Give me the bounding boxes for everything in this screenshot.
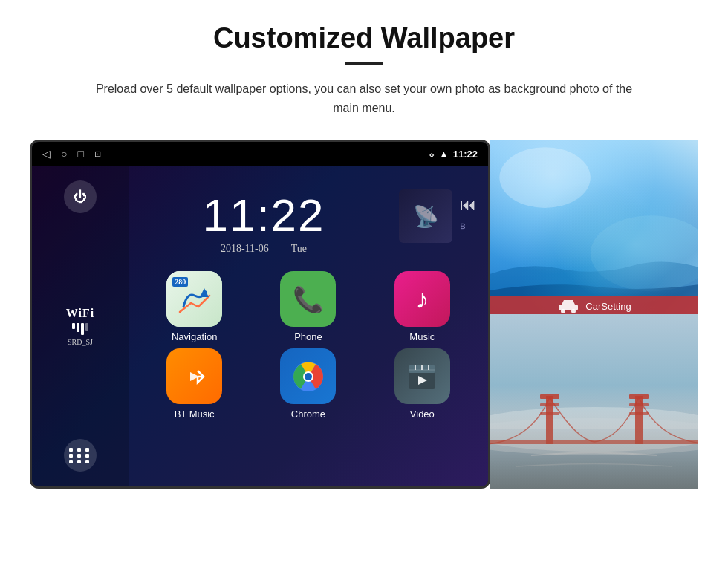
media-controls: 📡 ⏮ ᴮ: [399, 189, 476, 243]
svg-rect-14: [490, 140, 698, 314]
chrome-svg-icon: [292, 360, 325, 393]
grid-dots: [69, 448, 91, 463]
music-note-icon: ♪: [415, 284, 429, 315]
app-item-btmusic[interactable]: BT Music: [140, 348, 248, 420]
wallpaper-bridge[interactable]: [490, 314, 698, 489]
svg-point-23: [490, 418, 698, 455]
media-signal-icon: 📡: [413, 204, 439, 229]
btmusic-app-label: BT Music: [175, 409, 215, 420]
wifi-bar-3: [81, 323, 84, 335]
video-app-label: Video: [410, 409, 435, 420]
app-grid: 280 Navigation: [129, 262, 488, 432]
screenshot-nav-icon[interactable]: ⊡: [94, 149, 101, 159]
clock-area: 11:22 2018-11-06 Tue: [140, 178, 387, 255]
app-item-navigation[interactable]: 280 Navigation: [140, 271, 248, 342]
app-item-video[interactable]: Video: [368, 348, 476, 420]
svg-rect-26: [540, 394, 559, 399]
svg-rect-25: [546, 396, 553, 444]
recents-nav-icon[interactable]: □: [77, 148, 83, 160]
status-bar: ◁ ○ □ ⊡ ⬦ ▲ 11:22: [32, 142, 488, 166]
device-mockup: ◁ ○ □ ⊡ ⬦ ▲ 11:22 ⏻: [30, 140, 490, 489]
carsetting-label: CarSetting: [585, 301, 631, 312]
music-app-label: Music: [409, 331, 435, 342]
chrome-app-label: Chrome: [291, 409, 325, 420]
home-nav-icon[interactable]: ○: [61, 148, 67, 160]
clock-time-display: 11:22: [202, 192, 325, 238]
app-item-phone[interactable]: 📞 Phone: [254, 271, 362, 342]
wifi-bar-2: [77, 323, 79, 332]
power-button[interactable]: ⏻: [64, 180, 97, 213]
status-bar-right: ⬦ ▲ 11:22: [429, 149, 478, 160]
clock-day: Tue: [291, 243, 307, 255]
wifi-bars: [66, 323, 94, 335]
bridge-svg: [490, 314, 698, 489]
wifi-info: WiFi SRD_SJ: [66, 307, 94, 346]
bluetooth-media-icon: ᴮ: [460, 221, 476, 237]
prev-track-icon[interactable]: ⏮: [460, 195, 476, 215]
svg-point-5: [305, 373, 312, 380]
music-app-icon[interactable]: ♪: [394, 271, 450, 327]
map-badge: 280: [172, 277, 188, 287]
btmusic-svg-icon: [178, 360, 211, 393]
clock-date-display: 2018-11-06 Tue: [221, 243, 307, 255]
power-icon: ⏻: [74, 189, 87, 205]
svg-rect-30: [629, 394, 649, 399]
app-item-chrome[interactable]: Chrome: [254, 348, 362, 420]
chrome-app-icon[interactable]: [280, 348, 336, 404]
page-title: Customized Wallpaper: [213, 22, 515, 54]
video-app-icon[interactable]: [394, 348, 450, 404]
wifi-label: WiFi: [66, 307, 94, 320]
phone-app-icon[interactable]: 📞: [280, 271, 336, 327]
svg-point-15: [499, 147, 591, 208]
app-item-music[interactable]: ♪ Music: [368, 271, 476, 342]
svg-rect-20: [490, 314, 698, 489]
phone-icon: 📞: [293, 284, 324, 314]
carsetting-banner: CarSetting: [490, 296, 698, 316]
screen-content: ⏻ WiFi SRD_SJ: [32, 166, 488, 486]
signal-icon: ▲: [439, 149, 449, 160]
wallpaper-ice-blue[interactable]: [490, 140, 698, 314]
car-icon: [557, 299, 579, 313]
status-time: 11:22: [453, 149, 478, 160]
location-icon: ⬦: [429, 149, 435, 160]
svg-rect-27: [540, 403, 559, 406]
status-bar-left: ◁ ○ □ ⊡: [42, 148, 101, 160]
clock-date: 2018-11-06: [221, 243, 269, 255]
media-buttons: ⏮ ᴮ: [460, 195, 476, 237]
page-description: Preload over 5 default wallpaper options…: [82, 79, 646, 117]
svg-rect-21: [490, 429, 698, 489]
svg-rect-17: [559, 305, 578, 310]
ice-wallpaper-image: [490, 140, 698, 314]
map-icon-container: 280: [166, 271, 222, 327]
svg-rect-28: [540, 412, 559, 415]
clock-media-row: 11:22 2018-11-06 Tue 📡: [129, 166, 488, 255]
navigation-app-label: Navigation: [172, 331, 217, 342]
video-svg-icon: [405, 359, 439, 394]
svg-rect-32: [629, 412, 649, 415]
phone-app-label: Phone: [294, 331, 322, 342]
back-nav-icon[interactable]: ◁: [42, 148, 51, 160]
svg-rect-24: [490, 440, 698, 444]
svg-point-19: [571, 309, 576, 313]
svg-rect-31: [629, 403, 649, 406]
apps-grid-button[interactable]: [64, 439, 97, 472]
page-wrapper: Customized Wallpaper Preload over 5 defa…: [0, 0, 728, 518]
main-area: 11:22 2018-11-06 Tue 📡: [129, 166, 488, 486]
wallpaper-thumbnails: CarSetting: [490, 140, 698, 489]
title-divider: [345, 62, 383, 65]
btmusic-app-icon[interactable]: [166, 348, 222, 404]
bridge-wallpaper-image: [490, 314, 698, 489]
svg-point-22: [490, 407, 698, 452]
media-thumbnail: 📡: [399, 189, 452, 243]
ice-svg: [490, 140, 698, 314]
navigation-app-icon[interactable]: 280: [166, 271, 222, 327]
svg-marker-0: [200, 288, 209, 297]
svg-rect-29: [635, 396, 643, 444]
svg-point-18: [561, 309, 565, 313]
wifi-bar-4: [85, 323, 88, 331]
content-area: ◁ ○ □ ⊡ ⬦ ▲ 11:22 ⏻: [30, 140, 698, 489]
svg-point-16: [591, 215, 698, 291]
svg-rect-13: [490, 140, 698, 314]
wifi-bar-1: [72, 323, 75, 329]
left-sidebar: ⏻ WiFi SRD_SJ: [32, 166, 129, 486]
